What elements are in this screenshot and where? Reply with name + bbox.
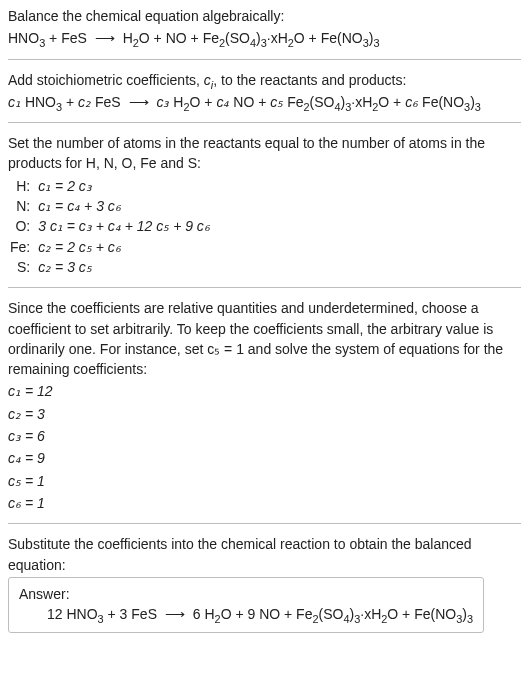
r2: FeS: [95, 94, 121, 110]
problem-line1: Balance the chemical equation algebraica…: [8, 6, 521, 26]
sol-c4: c₄ = 9: [8, 448, 521, 468]
answer-box: Answer: 12 HNO3 + 3 FeS ⟶ 6 H2O + 9 NO +…: [8, 577, 484, 634]
el-eq: c₂ = 2 c₅ + c₆: [36, 237, 212, 257]
step-solve: Since the coefficients are relative quan…: [8, 298, 521, 513]
step-system: Set the number of atoms in the reactants…: [8, 133, 521, 277]
divider-3: [8, 287, 521, 288]
el-label: O:: [8, 216, 36, 236]
c1: c₁: [8, 94, 21, 110]
answer-lhs: 12 HNO3 + 3 FeS: [47, 606, 157, 622]
coeffs-arrow: ⟶: [125, 94, 153, 110]
c2: c₂: [78, 94, 91, 110]
el-label: H:: [8, 176, 36, 196]
reaction-rhs: H2O + NO + Fe2(SO4)3·xH2O + Fe(NO3)3: [123, 30, 380, 46]
c4: c₄: [216, 94, 229, 110]
coeffs-reaction: c₁ HNO3 + c₂ FeS ⟶ c₃ H2O + c₄ NO + c₅ F…: [8, 92, 521, 112]
answer-label: Answer:: [19, 584, 473, 604]
system-row-O: O: 3 c₁ = c₃ + c₄ + 12 c₅ + 9 c₆: [8, 216, 212, 236]
el-eq: c₁ = c₄ + 3 c₆: [36, 196, 212, 216]
p4: Fe(NO3)3: [422, 94, 481, 110]
c3: c₃: [156, 94, 169, 110]
reaction-arrow: ⟶: [91, 30, 119, 46]
system-table: H: c₁ = 2 c₃ N: c₁ = c₄ + 3 c₆ O: 3 c₁ =…: [8, 176, 212, 277]
ci-c: c: [204, 72, 211, 88]
system-intro: Set the number of atoms in the reactants…: [8, 133, 521, 174]
p2: NO: [233, 94, 254, 110]
ci-symbol: ci: [204, 72, 213, 88]
coeffs-intro-a: Add stoichiometric coefficients,: [8, 72, 204, 88]
el-eq: 3 c₁ = c₃ + c₄ + 12 c₅ + 9 c₆: [36, 216, 212, 236]
el-label: Fe:: [8, 237, 36, 257]
el-eq: c₂ = 3 c₅: [36, 257, 212, 277]
solve-intro: Since the coefficients are relative quan…: [8, 298, 521, 379]
system-row-N: N: c₁ = c₄ + 3 c₆: [8, 196, 212, 216]
divider-2: [8, 122, 521, 123]
divider-1: [8, 59, 521, 60]
worked-solution: Balance the chemical equation algebraica…: [0, 0, 529, 643]
c5: c₅: [270, 94, 283, 110]
coeffs-intro: Add stoichiometric coefficients, ci, to …: [8, 70, 521, 90]
sol-c6: c₆ = 1: [8, 493, 521, 513]
reaction-lhs: HNO3 + FeS: [8, 30, 87, 46]
sol-c3: c₃ = 6: [8, 426, 521, 446]
coeffs-intro-b: , to the reactants and products:: [213, 72, 406, 88]
system-row-S: S: c₂ = 3 c₅: [8, 257, 212, 277]
system-row-H: H: c₁ = 2 c₃: [8, 176, 212, 196]
r1: HNO3: [25, 94, 62, 110]
final-intro: Substitute the coefficients into the che…: [8, 534, 521, 575]
step-final: Substitute the coefficients into the che…: [8, 534, 521, 633]
p3: Fe2(SO4)3·xH2O: [287, 94, 389, 110]
p1: H2O: [173, 94, 200, 110]
c6: c₆: [405, 94, 418, 110]
problem-statement: Balance the chemical equation algebraica…: [8, 6, 521, 49]
answer-equation: 12 HNO3 + 3 FeS ⟶ 6 H2O + 9 NO + Fe2(SO4…: [19, 604, 473, 624]
sol-c5: c₅ = 1: [8, 471, 521, 491]
el-label: N:: [8, 196, 36, 216]
sol-c1: c₁ = 12: [8, 381, 521, 401]
sol-c2: c₂ = 3: [8, 404, 521, 424]
system-row-Fe: Fe: c₂ = 2 c₅ + c₆: [8, 237, 212, 257]
answer-arrow: ⟶: [161, 606, 189, 622]
el-eq: c₁ = 2 c₃: [36, 176, 212, 196]
step-add-coefficients: Add stoichiometric coefficients, ci, to …: [8, 70, 521, 113]
problem-reaction: HNO3 + FeS ⟶ H2O + NO + Fe2(SO4)3·xH2O +…: [8, 28, 521, 48]
divider-4: [8, 523, 521, 524]
el-label: S:: [8, 257, 36, 277]
answer-rhs: 6 H2O + 9 NO + Fe2(SO4)3·xH2O + Fe(NO3)3: [193, 606, 473, 622]
